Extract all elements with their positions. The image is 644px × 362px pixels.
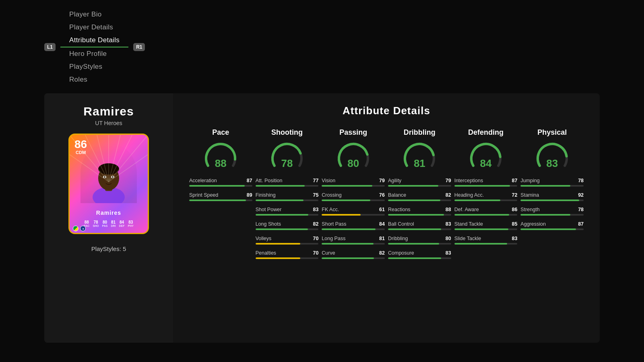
stat-row: Long Pass81 — [320, 236, 386, 245]
stat-label: Dribbling — [388, 236, 408, 241]
stat-value: 87 — [247, 178, 252, 183]
stat-label: Reactions — [388, 207, 411, 212]
stat-bar-fill — [256, 243, 300, 245]
stat-bar-bg — [388, 228, 451, 230]
stat-bar-bg — [256, 185, 319, 187]
gauge-defending: 84 — [468, 142, 504, 170]
stat-label: Vision — [322, 178, 335, 183]
nav-item-player-details[interactable]: Player Details — [60, 21, 128, 34]
stat-bar-fill — [256, 200, 303, 201]
stat-bar-fill — [388, 257, 441, 259]
stat-row: Composure83 — [386, 250, 453, 259]
main-panel: Ramires UT Heroes 86 CDM — [44, 93, 600, 343]
stat-row: Acceleration87 — [188, 178, 254, 187]
nav-bar: L1 Player BioPlayer DetailsAttribute Det… — [44, 8, 600, 86]
stat-row: Shot Power83 — [254, 207, 320, 216]
gauge-value-physical: 83 — [534, 157, 570, 170]
stat-bar-bg — [256, 200, 319, 201]
stat-value: 78 — [578, 207, 584, 212]
nav-item-player-bio[interactable]: Player Bio — [60, 8, 128, 21]
stat-bar-bg — [454, 228, 518, 230]
stat-row: Heading Acc.72 — [453, 192, 519, 201]
gauge-passing: 80 — [335, 142, 372, 170]
stat-label: FK Acc. — [322, 207, 339, 212]
playstyles-label: PlayStyles: 5 — [91, 245, 126, 252]
stat-value: 61 — [379, 207, 385, 212]
stat-row: Ball Control83 — [386, 221, 453, 230]
stat-bar-bg — [189, 185, 252, 187]
stat-row: Crossing76 — [320, 192, 386, 201]
attr-column-defending: Defending 84Interceptions87Heading Acc.7… — [453, 128, 519, 265]
stat-bar-bg — [454, 200, 518, 201]
stat-bar-bg — [388, 257, 451, 259]
stat-label: Sprint Speed — [189, 192, 218, 198]
stat-value: 70 — [313, 236, 318, 241]
card-stat-pas: 80PAS — [102, 220, 108, 227]
stat-value: 81 — [379, 236, 385, 241]
club-badge: ★ — [80, 226, 86, 231]
stat-label: Def. Aware — [454, 207, 479, 212]
stat-value: 83 — [512, 236, 517, 241]
stat-value: 79 — [379, 178, 385, 183]
stat-label: Long Pass — [322, 236, 345, 241]
stat-row: Sprint Speed89 — [188, 192, 254, 201]
stat-bar-bg — [256, 228, 319, 230]
player-card: 86 CDM — [68, 134, 149, 234]
svg-line-5 — [109, 135, 132, 182]
stat-row: Aggression87 — [519, 221, 585, 230]
gauge-pace: 88 — [202, 142, 239, 170]
stat-row: Dribbling80 — [386, 236, 453, 245]
card-flags: ★ — [73, 226, 86, 233]
stat-row: Strength78 — [519, 207, 585, 216]
stat-value: 75 — [313, 192, 318, 198]
stat-row: Short Pass84 — [320, 221, 386, 230]
nav-items: Player BioPlayer DetailsAttribute Detail… — [60, 8, 128, 86]
stat-bar-fill — [322, 200, 370, 201]
nav-item-playstyles[interactable]: PlayStyles — [60, 60, 128, 73]
stat-value: 86 — [512, 207, 517, 212]
stat-label: Acceleration — [189, 178, 217, 183]
gauge-physical: 83 — [534, 142, 570, 170]
stat-value: 83 — [313, 207, 318, 212]
stat-value: 88 — [446, 207, 451, 212]
stat-value: 78 — [578, 178, 584, 183]
nav-item-hero-profile[interactable]: Hero Profile — [60, 47, 128, 60]
stat-bar-fill — [256, 214, 309, 216]
gauge-value-dribbling: 81 — [401, 157, 438, 170]
stat-value: 82 — [313, 221, 318, 227]
stat-label: Jumping — [520, 178, 539, 183]
stat-row: Curve82 — [320, 250, 386, 259]
stat-bar-bg — [256, 214, 319, 216]
stat-value: 76 — [379, 192, 385, 198]
stat-bar-fill — [322, 257, 374, 259]
stat-bar-bg — [322, 200, 385, 201]
stat-bar-bg — [454, 214, 518, 216]
brazil-flag — [73, 226, 78, 231]
card-stat-def: 84DEF — [119, 220, 124, 227]
stat-label: Aggression — [520, 221, 546, 227]
gauge-dribbling: 81 — [401, 142, 438, 170]
card-stat-sho: 78SHO — [93, 220, 99, 227]
stat-label: Short Pass — [322, 221, 346, 227]
stat-row: Vision79 — [320, 178, 386, 187]
nav-item-roles[interactable]: Roles — [60, 73, 128, 86]
stat-bar-fill — [322, 243, 373, 245]
stat-bar-bg — [322, 228, 385, 230]
stat-bar-fill — [189, 185, 245, 187]
card-stat-phy: 83PHY — [128, 220, 133, 227]
stat-bar-bg — [322, 185, 385, 187]
nav-item-attribute-details[interactable]: Attribute Details — [60, 34, 128, 47]
stat-row: Agility79 — [386, 178, 453, 187]
stat-bar-fill — [454, 214, 509, 216]
stat-bar-fill — [388, 228, 441, 230]
stat-bar-fill — [454, 185, 510, 187]
player-team: UT Heroes — [95, 120, 122, 126]
stat-bar-fill — [256, 257, 300, 259]
stat-row: Def. Aware86 — [453, 207, 519, 216]
attr-column-dribbling: Dribbling 81Agility79Balance82Reactions8… — [386, 128, 453, 265]
stat-value: 84 — [379, 221, 385, 227]
attr-title: Attribute Details — [188, 105, 585, 117]
stat-label: Shot Power — [256, 207, 282, 212]
stat-bar-fill — [520, 228, 576, 230]
stat-label: Stamina — [520, 192, 539, 198]
